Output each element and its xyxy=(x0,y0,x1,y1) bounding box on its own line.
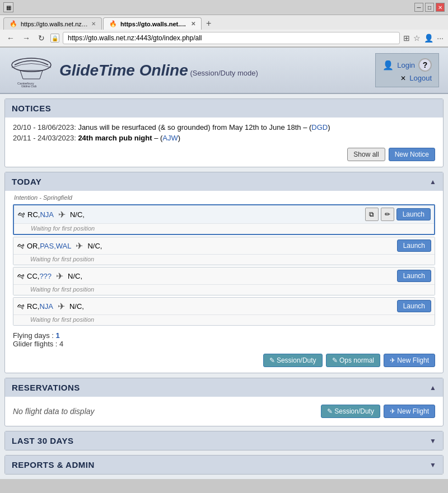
notice-2-sep2: ) xyxy=(178,134,180,142)
flying-days-row: Flying days : 1 xyxy=(13,331,435,340)
edit-button-1[interactable]: ✏ xyxy=(381,208,394,221)
flight-3-pilot[interactable]: ??? xyxy=(39,272,52,280)
tab-1-close[interactable]: ✕ xyxy=(91,21,96,27)
logout-icon: ✕ xyxy=(400,74,406,82)
flight-row-1-sub: Waiting for first position xyxy=(14,224,434,234)
tab-1[interactable]: 🔥 https://gto.walls.net.nz:4443/gto ✕ xyxy=(3,17,102,30)
launch-button-4[interactable]: Launch xyxy=(397,300,431,312)
profile-icon: 👤 xyxy=(424,34,433,43)
today-collapse-icon: ▲ xyxy=(430,178,436,186)
flight-1-pilot[interactable]: NJA xyxy=(40,210,54,219)
window-icon: ▦ xyxy=(3,2,13,12)
glider-flights-row: Glider flights : 4 xyxy=(13,340,435,348)
tab-2-close[interactable]: ✕ xyxy=(191,21,195,27)
flight-4-glider: RC, xyxy=(27,302,39,311)
show-all-button[interactable]: Show all xyxy=(347,148,385,161)
flight-4-pilot[interactable]: NJA xyxy=(39,302,53,311)
flight-1-glider: RC, xyxy=(27,210,40,219)
notices-title: NOTICES xyxy=(12,104,51,113)
last30days-header[interactable]: LAST 30 DAYS ▼ xyxy=(5,431,443,450)
today-header[interactable]: TODAY ▲ xyxy=(5,172,443,191)
flight-4-actions: Launch xyxy=(397,300,431,312)
last30days-collapse-icon: ▼ xyxy=(430,437,436,445)
tow-icon-3: ✈ xyxy=(56,271,63,281)
copy-button-1[interactable]: ⧉ xyxy=(365,208,379,221)
refresh-button[interactable]: ↻ xyxy=(36,32,47,44)
tow-icon-2: ✈ xyxy=(76,241,83,251)
launch-button-2[interactable]: Launch xyxy=(397,240,431,252)
reservations-collapse-icon: ▲ xyxy=(430,384,436,392)
flying-days-label: Flying days : xyxy=(13,331,54,340)
club-logo: Canterbury Gliding Club xyxy=(9,54,54,87)
bookmark-icon: ☆ xyxy=(413,34,421,43)
site-subtitle: (Session/Duty mode) xyxy=(190,69,258,77)
flight-3-actions: Launch xyxy=(397,270,431,282)
notices-section: NOTICES 20/10 - 18/06/2023: Janus will b… xyxy=(4,98,444,167)
notice-2-link[interactable]: AJW xyxy=(162,134,178,142)
flight-2-glider: OR, xyxy=(27,242,40,250)
minimize-btn[interactable]: ─ xyxy=(414,3,423,12)
flight-2-actions: Launch xyxy=(397,240,431,252)
back-button[interactable]: ← xyxy=(4,32,17,44)
notice-1: 20/10 - 18/06/2023: Janus will be resurf… xyxy=(13,123,435,132)
flight-2-pilot[interactable]: PAS,WAL xyxy=(40,242,71,250)
no-data-text: No flight data to display xyxy=(13,407,95,416)
flight-row-4-sub: Waiting for first position xyxy=(13,315,435,325)
reservations-header[interactable]: RESERVATIONS ▲ xyxy=(5,378,443,397)
logout-link[interactable]: Logout xyxy=(409,74,432,82)
title-bar: ▦ ─ □ ✕ xyxy=(0,0,448,15)
close-btn[interactable]: ✕ xyxy=(436,3,445,12)
notices-body: 20/10 - 18/06/2023: Janus will be resurf… xyxy=(5,118,443,167)
login-person-icon: 👤 xyxy=(382,60,394,71)
reservations-new-flight-button[interactable]: ✈ New Flight xyxy=(384,405,435,418)
tow-icon-1: ✈ xyxy=(58,209,66,220)
page-content: Canterbury Gliding Club GlideTime Online… xyxy=(0,48,448,479)
notice-2-date: 20/11 - 24/03/2023: xyxy=(13,134,76,142)
flight-1-tow: N/C, xyxy=(70,210,85,219)
glider-icon-4: 🛩 xyxy=(17,302,25,311)
address-input[interactable] xyxy=(63,32,400,44)
header-actions: 👤 Login ? ✕ Logout xyxy=(375,53,439,87)
login-row: 👤 Login ? xyxy=(382,58,432,72)
notice-1-link[interactable]: DGD xyxy=(311,123,328,132)
help-button[interactable]: ? xyxy=(418,58,432,72)
flight-2-tow: N/C, xyxy=(87,242,102,250)
maximize-btn[interactable]: □ xyxy=(425,3,434,12)
tab-2[interactable]: 🔥 https://gto.walls.net.nz:4443/gto ✕ xyxy=(103,17,202,30)
flight-4-tow: N/C, xyxy=(69,302,84,311)
notice-1-date: 20/10 - 18/06/2023: xyxy=(13,123,76,132)
notices-header[interactable]: NOTICES xyxy=(5,99,443,118)
lock-icon: 🔒 xyxy=(50,34,59,43)
tab-2-label: https://gto.walls.net.nz:4443/gto xyxy=(120,21,188,27)
login-link[interactable]: Login xyxy=(397,61,415,69)
notice-1-separator: – ( xyxy=(303,123,311,132)
flight-row-3: 🛩 CC,??? ✈ N/C, Launch Waiting for first… xyxy=(13,267,435,295)
new-tab-button[interactable]: + xyxy=(203,17,214,30)
svg-text:Gliding Club: Gliding Club xyxy=(21,84,36,87)
svg-point-0 xyxy=(12,58,51,72)
flight-row-4: 🛩 RC,NJA ✈ N/C, Launch Waiting for first… xyxy=(13,297,435,326)
today-title: TODAY xyxy=(12,177,41,186)
notice-2-separator: – ( xyxy=(154,134,162,142)
today-session-duty-button[interactable]: ✎ Session/Duty xyxy=(263,354,323,367)
notice-2: 20/11 - 24/03/2023: 24th march pub night… xyxy=(13,134,435,142)
launch-button-3[interactable]: Launch xyxy=(397,270,431,282)
new-notice-button[interactable]: New Notice xyxy=(389,148,435,161)
reports-header[interactable]: REPORTS & ADMIN ▼ xyxy=(5,456,443,474)
site-title: GlideTime Online xyxy=(59,62,188,79)
today-new-flight-button[interactable]: ✈ New Flight xyxy=(384,354,435,367)
ops-normal-button[interactable]: ✎ Ops normal xyxy=(326,354,380,367)
logo-area: Canterbury Gliding Club GlideTime Online… xyxy=(9,54,258,87)
last30days-section: LAST 30 DAYS ▼ xyxy=(4,431,444,450)
flight-row-1-main: 🛩 RC,NJA ✈ N/C, ⧉ ✏ Launch xyxy=(14,205,434,224)
forward-button[interactable]: → xyxy=(20,32,32,44)
tow-icon-4: ✈ xyxy=(58,301,65,312)
reservations-session-duty-button[interactable]: ✎ Session/Duty xyxy=(321,405,380,418)
logout-row: ✕ Logout xyxy=(400,74,432,82)
flight-3-tow: N/C, xyxy=(68,272,82,280)
browser-chrome: ▦ ─ □ ✕ 🔥 https://gto.walls.net.nz:4443/… xyxy=(0,0,448,48)
launch-button-1[interactable]: Launch xyxy=(396,208,431,220)
flight-row-3-sub: Waiting for first position xyxy=(13,285,435,295)
notice-actions: Show all New Notice xyxy=(13,148,435,161)
reports-collapse-icon: ▼ xyxy=(430,461,436,469)
